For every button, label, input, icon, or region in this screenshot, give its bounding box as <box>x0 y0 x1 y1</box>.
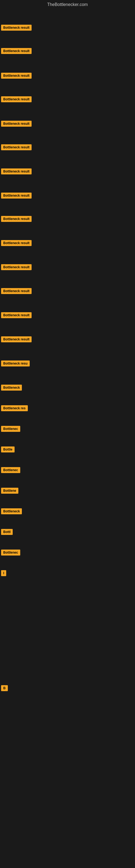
bottleneck-badge: I <box>1 570 6 576</box>
bottleneck-badge: Bottleneck <box>1 508 22 514</box>
bottleneck-badge: Bottleneck result <box>1 121 32 127</box>
bottleneck-badge: Bottleneck result <box>1 168 32 175</box>
bottleneck-badge: Bottleneck result <box>1 48 32 54</box>
bottleneck-item-3[interactable]: Bottleneck result <box>1 73 32 80</box>
bottleneck-badge: Bottle <box>1 446 14 453</box>
bottleneck-item-24[interactable]: Bottlenec <box>1 550 20 557</box>
bottleneck-badge: Bottlenec <box>1 550 20 556</box>
bottleneck-badge: Bottleneck result <box>1 264 32 270</box>
bottleneck-item-10[interactable]: Bottleneck result <box>1 240 32 247</box>
bottleneck-badge: Bottleneck result <box>1 25 32 31</box>
bottleneck-item-12[interactable]: Bottleneck result <box>1 288 32 295</box>
bottleneck-item-22[interactable]: Bottleneck <box>1 508 22 516</box>
bottleneck-item-25[interactable]: I <box>1 570 6 577</box>
bottleneck-item-29[interactable]: B <box>1 685 8 692</box>
bottleneck-item-9[interactable]: Bottleneck result <box>1 216 32 223</box>
site-title: TheBottlenecker.com <box>0 0 135 9</box>
bottleneck-item-11[interactable]: Bottleneck result <box>1 264 32 271</box>
bottleneck-badge: Bottleneck result <box>1 73 32 79</box>
bottleneck-item-19[interactable]: Bottle <box>1 446 14 454</box>
bottleneck-badge: Bottleneck result <box>1 240 32 246</box>
bottleneck-badge: Bottleneck <box>1 384 22 391</box>
bottleneck-badge: Bottlene <box>1 488 18 494</box>
site-header: TheBottlenecker.com <box>0 0 135 9</box>
bottleneck-item-5[interactable]: Bottleneck result <box>1 121 32 128</box>
bottleneck-badge: Bottl <box>1 529 13 535</box>
bottleneck-item-18[interactable]: Bottlenec <box>1 426 20 433</box>
bottleneck-item-17[interactable]: Bottleneck res <box>1 405 28 412</box>
items-container: Bottleneck resultBottleneck resultBottle… <box>0 9 135 866</box>
bottleneck-item-14[interactable]: Bottleneck result <box>1 336 32 343</box>
bottleneck-item-1[interactable]: Bottleneck result <box>1 25 32 32</box>
bottleneck-item-16[interactable]: Bottleneck <box>1 384 22 392</box>
bottleneck-badge: Bottleneck result <box>1 312 32 318</box>
bottleneck-item-6[interactable]: Bottleneck result <box>1 144 32 151</box>
bottleneck-badge: Bottleneck result <box>1 216 32 222</box>
bottleneck-item-21[interactable]: Bottlene <box>1 488 18 495</box>
bottleneck-badge: Bottleneck result <box>1 144 32 150</box>
bottleneck-item-2[interactable]: Bottleneck result <box>1 48 32 55</box>
bottleneck-badge: Bottleneck result <box>1 288 32 294</box>
bottleneck-item-13[interactable]: Bottleneck result <box>1 312 32 319</box>
bottleneck-item-23[interactable]: Bottl <box>1 529 13 536</box>
bottleneck-badge: Bottleneck resu <box>1 361 30 367</box>
bottleneck-badge: Bottlenec <box>1 426 20 432</box>
bottleneck-badge: Bottleneck result <box>1 336 32 342</box>
bottleneck-item-4[interactable]: Bottleneck result <box>1 96 32 103</box>
bottleneck-item-7[interactable]: Bottleneck result <box>1 168 32 176</box>
bottleneck-badge: B <box>1 685 8 691</box>
bottleneck-item-15[interactable]: Bottleneck resu <box>1 361 30 368</box>
bottleneck-badge: Bottleneck res <box>1 405 28 411</box>
bottleneck-item-8[interactable]: Bottleneck result <box>1 193 32 199</box>
bottleneck-item-20[interactable]: Bottlenec <box>1 467 20 474</box>
bottleneck-badge: Bottleneck result <box>1 193 32 198</box>
bottleneck-badge: Bottlenec <box>1 467 20 473</box>
bottleneck-badge: Bottleneck result <box>1 96 32 102</box>
